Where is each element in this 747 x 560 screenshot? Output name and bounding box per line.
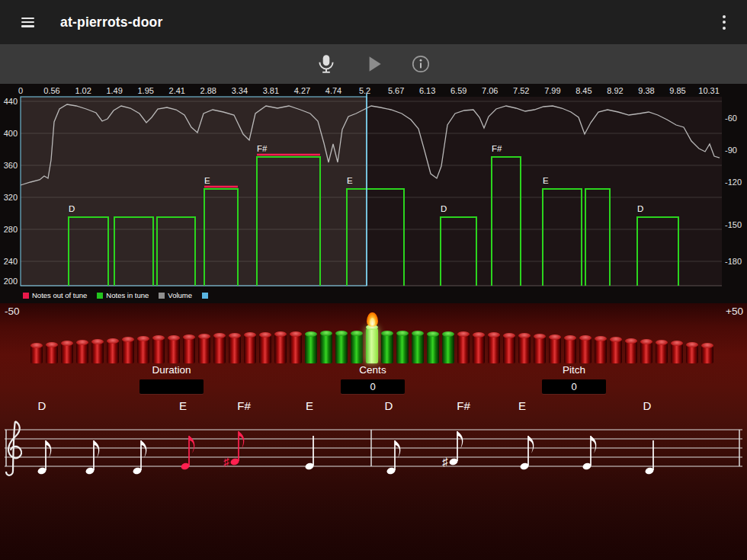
meter-bar <box>488 334 500 363</box>
x-tick-label: 4.27 <box>294 86 310 95</box>
x-tick-label: 1.49 <box>106 86 122 95</box>
x-tick-label: 9.85 <box>669 86 685 95</box>
y-left-tick-label: 440 <box>4 97 18 106</box>
lower-panel: -50 +50 DurationCents0Pitch0 DEF#EDF#ED … <box>0 303 747 560</box>
legend-label: Notes in tune <box>106 291 149 299</box>
note-flag <box>528 436 534 453</box>
legend-swatch <box>202 293 208 299</box>
kebab-icon <box>723 15 726 18</box>
meter-bar <box>640 341 652 363</box>
note-flag <box>591 436 596 453</box>
meter-bar <box>564 338 576 363</box>
pitch-value: 0 <box>542 379 606 394</box>
note-name-row: DEF#EDF#ED <box>0 399 747 414</box>
x-tick-label: 6.13 <box>419 86 435 95</box>
toolbar <box>0 44 747 84</box>
x-tick-label: 5.67 <box>388 86 404 95</box>
record-button[interactable] <box>316 53 337 75</box>
meter-bar <box>671 343 683 363</box>
meter-bar <box>61 343 73 363</box>
note-pitch-label: D <box>69 204 75 213</box>
meter-bar <box>381 333 393 363</box>
y-left-tick-label: 400 <box>4 129 18 138</box>
meter-bar <box>427 334 439 363</box>
note-flag <box>239 431 244 449</box>
y-left-tick-label: 280 <box>4 225 18 234</box>
info-button[interactable] <box>410 53 431 75</box>
meter-bar <box>168 338 180 363</box>
meter-bar <box>518 335 531 363</box>
x-tick-label: 5.2 <box>359 86 370 95</box>
y-right-tick-label: -90 <box>725 146 737 155</box>
note-name-label: F# <box>230 399 258 412</box>
note-name-label: E <box>169 399 197 412</box>
sharp-sign: ♯ <box>223 455 229 468</box>
x-tick-label: 6.59 <box>450 86 466 95</box>
meter-bar <box>76 342 88 363</box>
meter-bar <box>457 334 470 363</box>
music-staff: ♯♯ <box>0 418 747 490</box>
y-left-tick-label: 320 <box>4 193 18 202</box>
x-tick-label: 7.52 <box>513 86 529 95</box>
x-tick-label: 8.45 <box>575 86 592 95</box>
x-tick-label: 2.41 <box>169 86 185 95</box>
note-pitch-label: D <box>441 204 447 213</box>
note-pitch-label: E <box>204 176 210 185</box>
meter-bar <box>122 339 134 363</box>
meter-bar <box>503 335 515 363</box>
overflow-menu-button[interactable] <box>720 12 729 33</box>
play-icon <box>363 53 384 75</box>
app-screen: at-pierrots-door 00.5 <box>0 0 747 560</box>
play-button[interactable] <box>363 53 384 75</box>
chart-legend: Notes out of tuneNotes in tuneVolume <box>23 291 211 299</box>
meter-bar <box>701 345 713 363</box>
note-flag <box>457 431 463 449</box>
y-right-tick-label: -120 <box>725 178 742 187</box>
meter-bar <box>625 341 637 363</box>
meter-bar <box>305 334 317 363</box>
legend-swatch <box>23 293 29 299</box>
pitch-chart-canvas[interactable]: 00.561.021.491.952.412.883.343.814.274.7… <box>0 84 747 303</box>
x-tick-label: 0 <box>18 86 23 95</box>
app-bar: at-pierrots-door <box>0 0 747 44</box>
x-tick-label: 3.81 <box>263 86 279 95</box>
legend-item: Notes out of tune <box>23 291 87 299</box>
meter-bar <box>198 336 210 363</box>
cents-max-label: +50 <box>726 306 743 317</box>
legend-swatch <box>159 293 165 299</box>
meter-bar <box>351 333 363 363</box>
x-tick-label: 0.56 <box>43 86 59 95</box>
note-flag <box>189 436 194 453</box>
note-flag <box>46 440 51 458</box>
duration-label: Duration <box>111 364 232 376</box>
meter-bar <box>229 335 241 363</box>
y-left-tick-label: 200 <box>4 277 18 286</box>
meter-bar <box>183 337 195 363</box>
x-tick-label: 9.38 <box>638 86 654 95</box>
pitch-readout: Pitch0 <box>513 364 635 394</box>
x-tick-label: 7.99 <box>544 86 560 95</box>
note-flag <box>395 440 400 458</box>
y-left-tick-label: 360 <box>4 161 18 170</box>
meter-bar <box>259 334 271 363</box>
meter-bar <box>549 337 561 363</box>
note-pitch-label: F# <box>492 144 502 153</box>
meter-bar <box>91 341 104 363</box>
y-right-tick-label: -180 <box>725 257 742 266</box>
note-pitch-label: D <box>637 204 643 213</box>
played-region <box>21 97 367 286</box>
meter-bar <box>107 341 119 363</box>
meter-bar <box>534 336 546 363</box>
legend-item: Volume <box>159 291 192 299</box>
x-tick-label: 1.02 <box>75 86 91 95</box>
menu-button[interactable] <box>21 18 34 27</box>
meter-bar <box>473 334 485 363</box>
meter-bar <box>320 333 332 363</box>
meter-bar <box>46 344 58 363</box>
x-tick-label: 3.34 <box>232 86 248 95</box>
cents-meter <box>30 327 713 363</box>
pitch-chart[interactable]: 00.561.021.491.952.412.883.343.814.274.7… <box>0 84 747 303</box>
note-pitch-label: F# <box>257 144 268 153</box>
readouts-row: DurationCents0Pitch0 <box>0 364 747 396</box>
cents-min-label: -50 <box>5 306 20 317</box>
